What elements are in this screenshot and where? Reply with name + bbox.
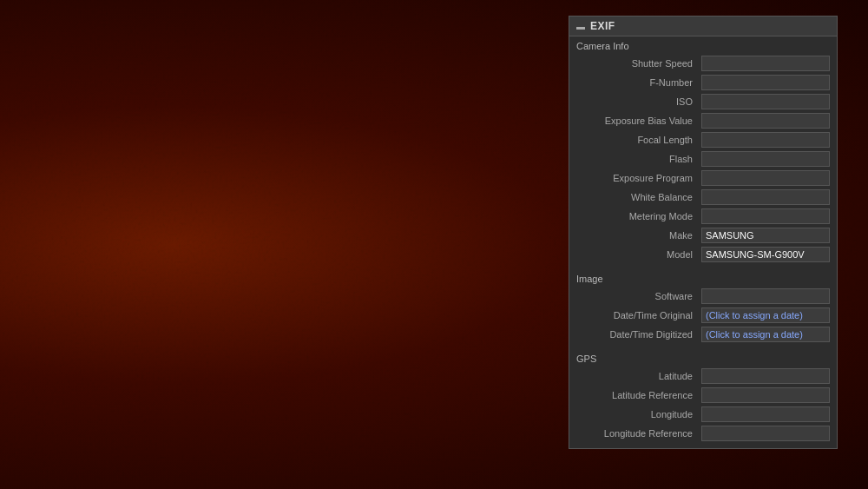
input-iso[interactable] <box>701 94 830 109</box>
panel-header: ▬ EXIF <box>569 17 837 36</box>
label-longitude-reference: Longitude Reference <box>576 428 698 439</box>
input-metering-mode[interactable] <box>701 208 830 224</box>
input-shutter-speed[interactable] <box>701 56 830 71</box>
panel-collapse-icon[interactable]: ▬ <box>576 22 585 31</box>
gps-section-header: GPS <box>569 349 837 367</box>
field-longitude-reference: Longitude Reference <box>569 424 837 443</box>
label-model: Model <box>576 249 698 260</box>
field-fnumber: F-Number <box>569 73 837 92</box>
field-flash: Flash <box>569 149 837 169</box>
label-software: Software <box>576 291 698 301</box>
field-longitude: Longitude <box>569 405 837 424</box>
label-flash: Flash <box>576 154 698 164</box>
field-make: Make <box>569 226 837 245</box>
field-latitude: Latitude <box>569 367 837 386</box>
label-datetime-original: Date/Time Original <box>576 310 698 320</box>
label-latitude-reference: Latitude Reference <box>576 390 698 400</box>
input-longitude-reference[interactable] <box>701 426 830 441</box>
exif-panel: ▬ EXIF Camera Info Shutter Speed F-Numbe… <box>569 16 838 449</box>
input-model[interactable] <box>701 247 830 262</box>
field-datetime-original: Date/Time Original <box>569 306 837 325</box>
input-exposure-bias[interactable] <box>701 113 830 129</box>
label-fnumber: F-Number <box>576 77 698 88</box>
input-focal-length[interactable] <box>701 132 830 148</box>
input-software[interactable] <box>701 288 830 304</box>
input-longitude[interactable] <box>701 406 830 422</box>
label-metering-mode: Metering Mode <box>576 211 698 221</box>
field-software: Software <box>569 287 837 306</box>
label-exposure-program: Exposure Program <box>576 173 698 183</box>
label-longitude: Longitude <box>576 409 698 420</box>
input-white-balance[interactable] <box>701 189 830 205</box>
label-focal-length: Focal Length <box>576 135 698 145</box>
input-exposure-program[interactable] <box>701 170 830 186</box>
field-iso: ISO <box>569 92 837 111</box>
input-make[interactable] <box>701 228 830 243</box>
label-exposure-bias: Exposure Bias Value <box>576 116 698 126</box>
input-datetime-digitized[interactable] <box>701 327 830 342</box>
field-exposure-program: Exposure Program <box>569 169 837 188</box>
label-shutter-speed: Shutter Speed <box>576 58 698 69</box>
field-metering-mode: Metering Mode <box>569 207 837 226</box>
field-exposure-bias: Exposure Bias Value <box>569 111 837 130</box>
field-shutter-speed: Shutter Speed <box>569 54 837 73</box>
field-focal-length: Focal Length <box>569 130 837 149</box>
label-make: Make <box>576 230 698 241</box>
camera-info-section-header: Camera Info <box>569 36 837 54</box>
panel-title: EXIF <box>590 20 615 32</box>
field-datetime-digitized: Date/Time Digitized <box>569 325 837 344</box>
input-flash[interactable] <box>701 151 830 167</box>
label-white-balance: White Balance <box>576 192 698 202</box>
input-latitude[interactable] <box>701 368 830 384</box>
field-model: Model <box>569 245 837 264</box>
label-latitude: Latitude <box>576 371 698 381</box>
spacer-bottom <box>569 443 837 448</box>
input-fnumber[interactable] <box>701 75 830 90</box>
image-section-header: Image <box>569 269 837 287</box>
input-datetime-original[interactable] <box>701 307 830 323</box>
label-iso: ISO <box>576 96 698 107</box>
input-latitude-reference[interactable] <box>701 387 830 403</box>
field-latitude-reference: Latitude Reference <box>569 386 837 405</box>
label-datetime-digitized: Date/Time Digitized <box>576 329 698 340</box>
field-white-balance: White Balance <box>569 188 837 207</box>
